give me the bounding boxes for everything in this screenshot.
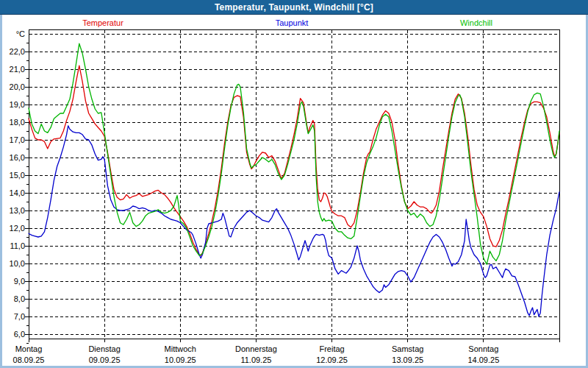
y-axis-tick-label: 21,0 <box>10 65 25 74</box>
x-axis-day-label: Sonntag <box>468 344 498 353</box>
x-axis-date-label: 13.09.25 <box>392 355 423 364</box>
y-axis-tick-label: 15,0 <box>10 171 25 180</box>
y-axis-tick-label: 9,0 <box>14 277 25 286</box>
x-axis-day-label: Dienstag <box>88 344 120 353</box>
y-axis-tick-label: 7,0 <box>14 312 25 321</box>
y-axis-tick-label: 11,0 <box>10 241 25 250</box>
y-axis-tick-label: 8,0 <box>14 294 25 303</box>
x-axis-day-label: Mittwoch <box>165 344 196 353</box>
y-axis-tick-label: 12,0 <box>10 224 25 233</box>
x-axis-date-label: 12.09.25 <box>316 355 348 364</box>
plot-frame <box>29 29 559 339</box>
y-axis-tick-label: 18,0 <box>10 118 25 127</box>
x-axis-date-label: 14.09.25 <box>467 355 499 364</box>
y-axis-tick-label: 17,0 <box>10 135 25 144</box>
y-axis-tick-label: 19,0 <box>10 100 25 109</box>
x-axis-date-label: 09.09.25 <box>89 355 121 364</box>
x-axis-day-label: Freitag <box>319 344 344 353</box>
weather-chart-window: Temperatur, Taupunkt, Windchill [°C] Tem… <box>0 0 588 368</box>
y-axis-tick-label: 14,0 <box>10 188 25 197</box>
y-axis-unit-label: °C <box>16 29 25 38</box>
x-axis-date-label: 08.09.25 <box>13 355 45 364</box>
y-axis-tick-label: 20,0 <box>10 82 25 91</box>
y-axis-tick-label: 6,0 <box>14 330 25 339</box>
x-axis-day-label: Samstag <box>392 344 423 353</box>
x-axis-date-label: 10.09.25 <box>165 355 196 364</box>
y-axis-tick-label: 22,0 <box>10 47 25 56</box>
chart-plot: 22,021,020,019,018,017,016,015,014,013,0… <box>0 0 588 368</box>
x-axis-day-label: Donnerstag <box>235 344 277 353</box>
x-axis-day-label: Montag <box>15 344 43 353</box>
y-axis-tick-label: 10,0 <box>10 259 25 268</box>
y-axis-tick-label: 13,0 <box>10 206 25 215</box>
y-axis-tick-label: 16,0 <box>10 153 25 162</box>
x-axis-date-label: 11.09.25 <box>240 355 271 364</box>
